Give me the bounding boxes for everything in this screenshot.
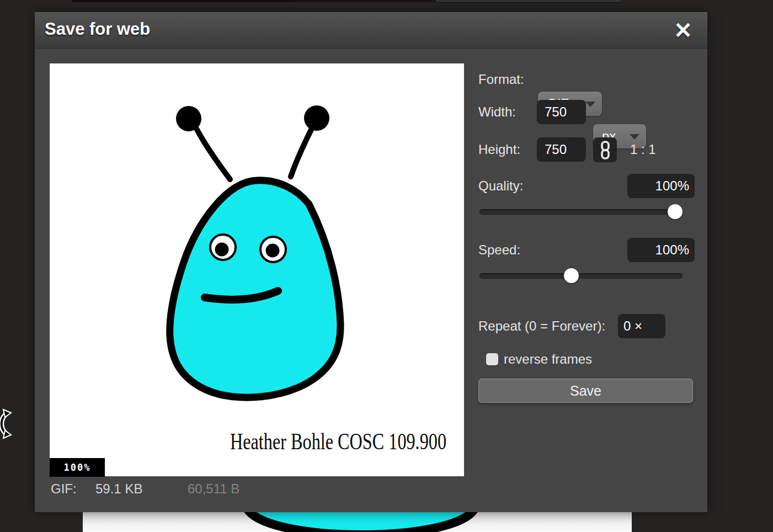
filesize-kilobytes: 59.1 KB [95,481,142,497]
quality-slider-thumb[interactable] [668,204,683,219]
format-row: Format: GIF [478,67,695,92]
filesize-format-label: GIF: [51,481,77,497]
speed-label: Speed: [478,242,520,257]
speed-slider[interactable] [479,273,683,279]
filesize-status: GIF: 59.1 KB 60,511 B [51,481,459,498]
save-button[interactable]: Save [478,379,693,403]
height-input[interactable] [537,137,586,162]
close-icon[interactable]: ✕ [670,17,696,44]
lock-aspect-ratio-button[interactable] [593,137,617,162]
background-toolbar-remnant [436,0,621,3]
reverse-frames-checkbox[interactable] [486,353,498,365]
height-row: Height: 1 : 1 [478,137,695,162]
chain-link-icon [599,141,611,159]
repeat-row: Repeat (0 = Forever): 0 × [478,314,695,338]
repeat-label: Repeat (0 = Forever): [478,318,605,333]
rotate-cursor-icon [0,408,15,441]
quality-slider[interactable] [479,209,683,215]
aspect-ratio-value: 1 : 1 [630,137,656,162]
background-canvas [83,512,632,532]
width-label: Width: [478,104,516,119]
filesize-bytes: 60,511 B [188,481,239,497]
speed-slider-thumb[interactable] [564,268,579,283]
background-tab-remnant [295,0,436,2]
speed-value[interactable]: 100% [627,238,695,262]
save-for-web-dialog: Save for web ✕ Heather Bohle COSC 109.90… [35,12,707,512]
quality-label: Quality: [478,178,523,193]
quality-section: Quality: 100% [478,174,695,198]
width-row: Width: px [478,100,695,124]
zoom-level-badge: 100% [50,458,105,477]
artwork-caption: Heather Bohle COSC 109.900 [230,429,446,454]
reverse-frames-row: reverse frames [478,352,695,366]
height-label: Height: [478,142,520,157]
dialog-title: Save for web [45,19,150,39]
quality-value[interactable]: 100% [627,174,695,198]
reverse-frames-label: reverse frames [504,352,592,366]
speed-section: Speed: 100% [478,238,695,262]
image-preview: Heather Bohle COSC 109.900 100% [50,63,464,476]
background-tab-remnant [72,0,295,2]
export-options-panel: Format: GIF Width: px Height: [478,65,695,462]
repeat-input[interactable]: 0 × [618,314,665,338]
width-input[interactable] [537,100,586,124]
monster-artwork: Heather Bohle COSC 109.900 [50,63,464,476]
monster-artwork-peek [83,512,632,532]
format-label: Format: [478,72,524,87]
dialog-titlebar: Save for web ✕ [35,12,707,49]
